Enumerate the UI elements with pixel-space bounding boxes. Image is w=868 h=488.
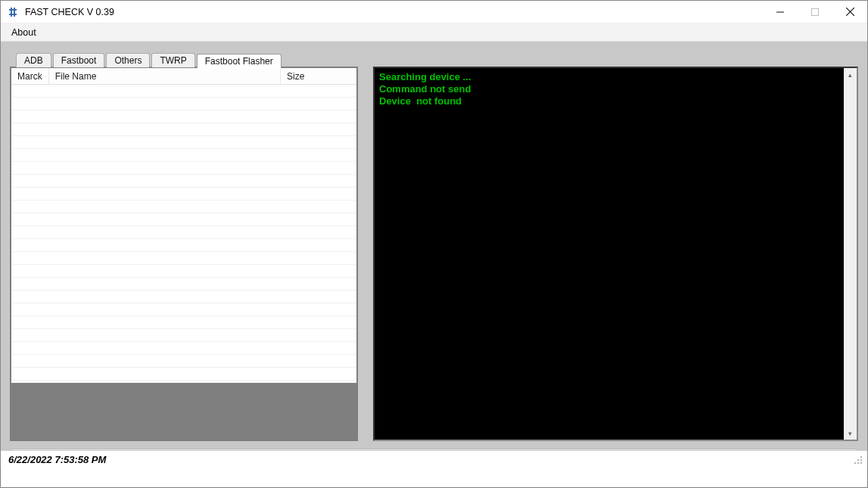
list-item: [11, 162, 356, 175]
list-item: [11, 265, 356, 278]
scroll-down-icon[interactable]: ▾: [844, 427, 857, 440]
svg-point-12: [857, 459, 859, 461]
console-output[interactable]: Searching device ... Command not send De…: [375, 68, 844, 440]
tab-twrp[interactable]: TWRP: [151, 53, 194, 67]
file-listview[interactable]: Marck File Name Size: [11, 67, 357, 384]
column-size[interactable]: Size: [281, 68, 356, 84]
svg-point-13: [860, 456, 862, 458]
list-item: [11, 149, 356, 162]
list-item: [11, 368, 356, 381]
tab-fastboot-flasher[interactable]: Fastboot Flasher: [197, 54, 282, 68]
svg-rect-3: [9, 14, 17, 15]
list-item: [11, 342, 356, 355]
list-item: [11, 136, 356, 149]
scroll-up-icon[interactable]: ▴: [844, 68, 857, 81]
svg-rect-5: [812, 8, 819, 15]
close-button[interactable]: [832, 1, 867, 23]
svg-rect-2: [9, 9, 17, 11]
svg-point-8: [860, 462, 862, 464]
scroll-track[interactable]: [844, 81, 857, 427]
svg-point-9: [857, 462, 859, 464]
list-item: [11, 278, 356, 291]
list-item: [11, 355, 356, 368]
list-item: [11, 226, 356, 239]
tab-others[interactable]: Others: [106, 53, 150, 67]
list-item: [11, 123, 356, 136]
tab-adb[interactable]: ADB: [16, 53, 51, 67]
console-panel: Searching device ... Command not send De…: [373, 67, 858, 441]
console-scrollbar[interactable]: ▴ ▾: [844, 68, 857, 440]
window-title: FAST CHECK V 0.39: [25, 7, 114, 17]
tab-strip: ADB Fastboot Others TWRP Fastboot Flashe…: [10, 51, 858, 67]
menu-about[interactable]: About: [5, 25, 42, 40]
svg-point-10: [860, 459, 862, 461]
listview-header: Marck File Name Size: [11, 68, 356, 85]
list-item: [11, 239, 356, 252]
list-item: [11, 252, 356, 265]
list-item: [11, 175, 356, 188]
maximize-button: [798, 1, 832, 23]
list-item: [11, 98, 356, 110]
list-item: [11, 200, 356, 213]
file-list-panel: Marck File Name Size: [10, 67, 358, 441]
menu-bar: About: [1, 23, 867, 42]
app-icon: [7, 6, 19, 18]
tab-fastboot[interactable]: Fastboot: [53, 53, 105, 67]
title-bar: FAST CHECK V 0.39: [1, 1, 867, 23]
list-item: [11, 188, 356, 200]
svg-point-11: [854, 462, 856, 464]
list-item: [11, 316, 356, 329]
svg-rect-1: [14, 8, 15, 17]
minimize-button[interactable]: [763, 1, 798, 23]
listview-rows: [11, 85, 356, 381]
column-filename[interactable]: File Name: [49, 68, 281, 84]
resize-grip-icon[interactable]: [852, 454, 864, 466]
status-bar: 6/22/2022 7:53:58 PM: [1, 450, 867, 468]
app-window: FAST CHECK V 0.39 About ADB Fastboot Oth…: [0, 0, 868, 488]
list-item: [11, 213, 356, 226]
list-item: [11, 303, 356, 316]
window-controls: [763, 1, 867, 23]
list-item: [11, 85, 356, 98]
list-item: [11, 291, 356, 303]
status-datetime: 6/22/2022 7:53:58 PM: [4, 454, 110, 465]
list-item: [11, 329, 356, 342]
client-area: ADB Fastboot Others TWRP Fastboot Flashe…: [1, 42, 867, 450]
column-marck[interactable]: Marck: [11, 68, 49, 84]
tab-content: Marck File Name Size: [10, 67, 858, 441]
list-item: [11, 110, 356, 123]
svg-rect-0: [11, 8, 12, 17]
